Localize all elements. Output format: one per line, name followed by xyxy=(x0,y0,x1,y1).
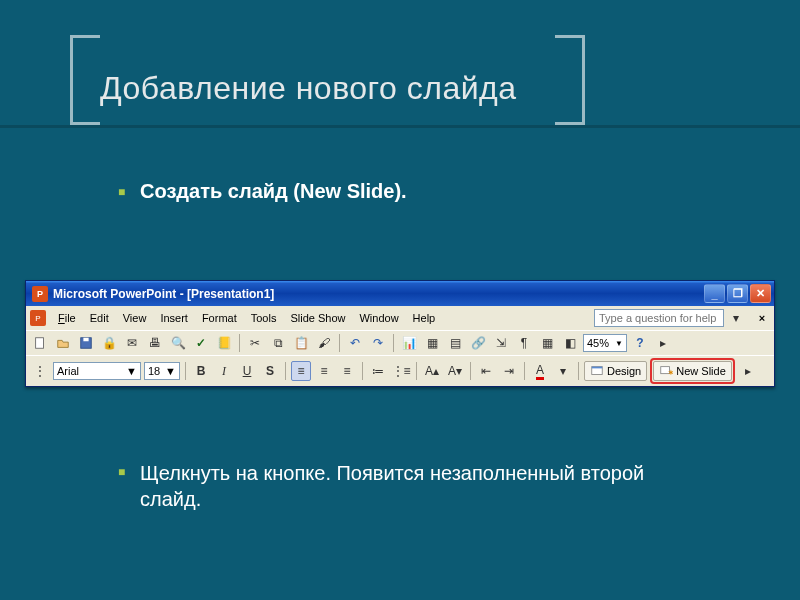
separator xyxy=(339,334,340,352)
font-name-combo[interactable]: Arial▼ xyxy=(53,362,141,380)
format-painter-icon[interactable]: 🖌 xyxy=(314,333,334,353)
svg-text:✶: ✶ xyxy=(668,369,673,376)
new-slide-icon: ✶ xyxy=(659,364,673,378)
chevron-down-icon: ▼ xyxy=(615,339,623,348)
design-label: Design xyxy=(607,365,641,377)
window-title: Microsoft PowerPoint - [Presentation1] xyxy=(53,287,274,301)
decrease-font-button[interactable]: A▾ xyxy=(445,361,465,381)
copy-icon[interactable]: ⧉ xyxy=(268,333,288,353)
menu-slideshow[interactable]: Slide Show xyxy=(284,310,351,326)
toolbar-handle-icon[interactable]: ⋮ xyxy=(30,361,50,381)
svg-rect-0 xyxy=(36,338,44,349)
help-icon[interactable]: ? xyxy=(630,333,650,353)
redo-icon[interactable]: ↷ xyxy=(368,333,388,353)
restore-button[interactable]: ❐ xyxy=(727,284,748,303)
undo-icon[interactable]: ↶ xyxy=(345,333,365,353)
font-color-button[interactable]: A xyxy=(530,361,550,381)
toolbar-options-icon[interactable]: ▸ xyxy=(738,361,758,381)
document-close-button[interactable]: × xyxy=(754,310,770,326)
menu-tools[interactable]: Tools xyxy=(245,310,283,326)
increase-font-button[interactable]: A▴ xyxy=(422,361,442,381)
chevron-down-icon: ▼ xyxy=(165,365,176,377)
design-button[interactable]: Design xyxy=(584,361,647,381)
new-slide-highlight: ✶ New Slide xyxy=(650,358,735,384)
standard-toolbar: 🔒 ✉ 🖶 🔍 ✓ 📒 ✂ ⧉ 📋 🖌 ↶ ↷ 📊 ▦ ▤ 🔗 ⇲ ¶ ▦ ◧ … xyxy=(26,330,774,355)
toolbar-options-icon[interactable]: ▸ xyxy=(653,333,673,353)
align-center-button[interactable]: ≡ xyxy=(314,361,334,381)
insert-chart-icon[interactable]: 📊 xyxy=(399,333,419,353)
save-icon[interactable] xyxy=(76,333,96,353)
font-size-combo[interactable]: 18▼ xyxy=(144,362,180,380)
powerpoint-app-icon: P xyxy=(32,286,48,302)
open-icon[interactable] xyxy=(53,333,73,353)
help-search-input[interactable] xyxy=(594,309,724,327)
menu-view[interactable]: View xyxy=(117,310,153,326)
font-name-value: Arial xyxy=(57,365,79,377)
permission-icon[interactable]: 🔒 xyxy=(99,333,119,353)
title-bracket-left xyxy=(70,35,100,125)
minimize-button[interactable]: _ xyxy=(704,284,725,303)
svg-rect-2 xyxy=(83,338,88,342)
title-divider xyxy=(0,125,800,128)
print-preview-icon[interactable]: 🔍 xyxy=(168,333,188,353)
separator xyxy=(185,362,186,380)
powerpoint-window: P Microsoft PowerPoint - [Presentation1]… xyxy=(25,280,775,387)
spelling-icon[interactable]: ✓ xyxy=(191,333,211,353)
numbering-button[interactable]: ≔ xyxy=(368,361,388,381)
align-left-button[interactable]: ≡ xyxy=(291,361,311,381)
menu-insert[interactable]: Insert xyxy=(154,310,194,326)
new-slide-button[interactable]: ✶ New Slide xyxy=(653,361,732,381)
powerpoint-doc-icon: P xyxy=(30,310,46,326)
show-grid-icon[interactable]: ▦ xyxy=(537,333,557,353)
color-grayscale-icon[interactable]: ◧ xyxy=(560,333,580,353)
bullet-create-slide: Создать слайд (New Slide). xyxy=(140,180,407,203)
bullets-button[interactable]: ⋮≡ xyxy=(391,361,411,381)
insert-hyperlink-icon[interactable]: 🔗 xyxy=(468,333,488,353)
increase-indent-button[interactable]: ⇥ xyxy=(499,361,519,381)
font-color-dropdown-icon[interactable]: ▾ xyxy=(553,361,573,381)
cut-icon[interactable]: ✂ xyxy=(245,333,265,353)
chevron-down-icon: ▼ xyxy=(126,365,137,377)
print-icon[interactable]: 🖶 xyxy=(145,333,165,353)
shadow-button[interactable]: S xyxy=(260,361,280,381)
presentation-slide: Добавление нового слайда Создать слайд (… xyxy=(0,0,800,600)
svg-rect-4 xyxy=(592,367,603,369)
separator xyxy=(470,362,471,380)
italic-button[interactable]: I xyxy=(214,361,234,381)
bullet-click-instruction: Щелкнуть на кнопке. Появится незаполненн… xyxy=(140,460,700,512)
menu-edit[interactable]: Edit xyxy=(84,310,115,326)
menu-bar: P File Edit View Insert Format Tools Sli… xyxy=(26,306,774,330)
separator xyxy=(393,334,394,352)
separator xyxy=(362,362,363,380)
menu-format[interactable]: Format xyxy=(196,310,243,326)
separator xyxy=(285,362,286,380)
new-slide-label: New Slide xyxy=(676,365,726,377)
design-icon xyxy=(590,364,604,378)
separator xyxy=(524,362,525,380)
separator xyxy=(416,362,417,380)
expand-all-icon[interactable]: ⇲ xyxy=(491,333,511,353)
close-button[interactable]: ✕ xyxy=(750,284,771,303)
help-dropdown-icon[interactable]: ▾ xyxy=(726,308,746,328)
email-icon[interactable]: ✉ xyxy=(122,333,142,353)
window-titlebar[interactable]: P Microsoft PowerPoint - [Presentation1]… xyxy=(26,281,774,306)
menu-window[interactable]: Window xyxy=(353,310,404,326)
zoom-value: 45% xyxy=(587,337,609,349)
zoom-combo[interactable]: 45%▼ xyxy=(583,334,627,352)
menu-file[interactable]: File xyxy=(52,310,82,326)
font-size-value: 18 xyxy=(148,365,160,377)
decrease-indent-button[interactable]: ⇤ xyxy=(476,361,496,381)
separator xyxy=(578,362,579,380)
formatting-toolbar: ⋮ Arial▼ 18▼ B I U S ≡ ≡ ≡ ≔ ⋮≡ A▴ A▾ ⇤ … xyxy=(26,355,774,386)
insert-table-icon[interactable]: ▦ xyxy=(422,333,442,353)
tables-borders-icon[interactable]: ▤ xyxy=(445,333,465,353)
new-doc-icon[interactable] xyxy=(30,333,50,353)
align-right-button[interactable]: ≡ xyxy=(337,361,357,381)
paste-icon[interactable]: 📋 xyxy=(291,333,311,353)
show-formatting-icon[interactable]: ¶ xyxy=(514,333,534,353)
research-icon[interactable]: 📒 xyxy=(214,333,234,353)
underline-button[interactable]: U xyxy=(237,361,257,381)
bold-button[interactable]: B xyxy=(191,361,211,381)
menu-help[interactable]: Help xyxy=(407,310,442,326)
separator xyxy=(239,334,240,352)
